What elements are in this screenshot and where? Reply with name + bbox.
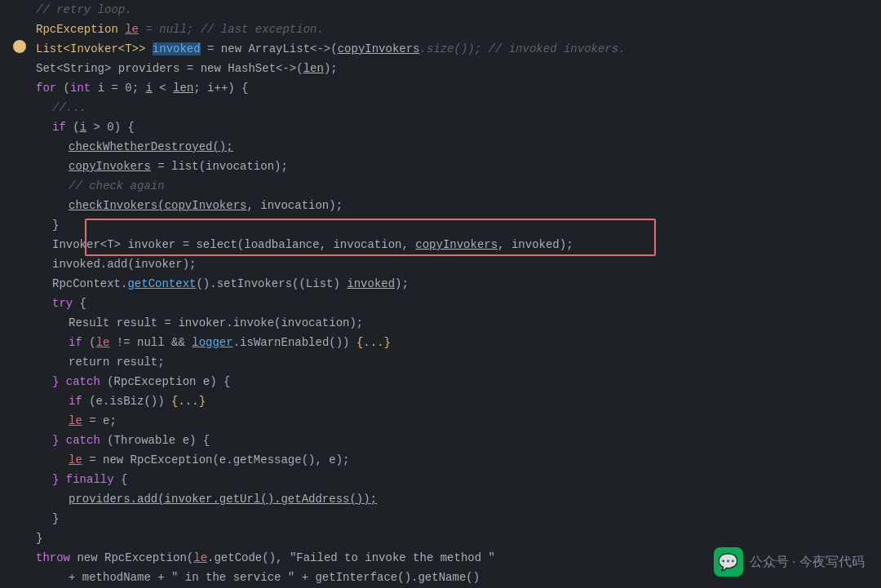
code-token: List<Invoker<T>>	[36, 42, 153, 55]
code-token: invoked	[511, 238, 560, 251]
code-token: invoked	[347, 277, 395, 290]
code-line: try {	[0, 294, 881, 313]
code-token: copyInvokers	[69, 160, 151, 173]
code-token: {...}	[356, 336, 391, 349]
line-content: checkWhetherDestroyed();	[33, 138, 881, 156]
code-token: }	[52, 219, 59, 232]
code-token: len	[303, 62, 324, 75]
code-token: .add(invoker);	[100, 258, 197, 271]
code-token: } finally	[52, 473, 114, 486]
line-content: if (le != null && logger.isWarnEnabled()…	[33, 334, 881, 351]
code-token: RpcException	[36, 23, 125, 36]
code-token: (	[82, 336, 96, 349]
code-token: {...}	[171, 395, 206, 408]
code-token: int	[70, 82, 91, 95]
code-token: > 0) {	[86, 121, 135, 134]
code-token: = null; // last exception.	[139, 23, 324, 36]
line-content: le = e;	[33, 412, 881, 430]
code-token: Invoker<T> invoker = select(loadbalance,…	[52, 238, 415, 251]
code-token: = new RpcException(e.getMessage(), e);	[82, 453, 350, 466]
code-line: Invoker<T> invoker = select(loadbalance,…	[0, 235, 881, 254]
code-token: );	[560, 238, 573, 251]
line-content: Invoker<T> invoker = select(loadbalance,…	[33, 236, 881, 254]
code-token: checkInvokers(	[69, 199, 165, 212]
line-content: copyInvokers = list(invocation);	[33, 157, 881, 175]
code-token: {	[73, 297, 86, 310]
code-line: Set<String> providers = new HashSet<->(l…	[0, 59, 881, 78]
code-line: } catch (Throwable e) {	[0, 431, 881, 450]
code-token: (RpcException e) {	[100, 375, 231, 388]
code-token: ; i++) {	[193, 82, 248, 95]
gutter-warning-icon	[13, 40, 26, 53]
code-token: new RpcException(	[70, 551, 193, 564]
code-token: try	[52, 297, 73, 310]
code-token: = new ArrayList<->(	[201, 42, 338, 55]
code-line: checkInvokers(copyInvokers, invocation);	[0, 196, 881, 215]
code-token: ().setInvokers((List)	[196, 277, 347, 290]
line-content: //...	[33, 99, 881, 117]
code-line: List<Invoker<T>> invoked = new ArrayList…	[0, 39, 881, 59]
code-line: Result result = invoker.invoke(invocatio…	[0, 313, 881, 333]
code-token: return result;	[69, 356, 165, 369]
code-token: (	[56, 82, 70, 95]
code-token: <	[153, 82, 173, 95]
code-token: //...	[52, 101, 86, 114]
watermark-text: 公众号 · 今夜写代码	[750, 554, 865, 571]
code-token: le	[69, 414, 82, 427]
code-line: for (int i = 0; i < len; i++) {	[0, 78, 881, 98]
code-line: if (le != null && logger.isWarnEnabled()…	[0, 333, 881, 352]
line-content: } catch (Throwable e) {	[33, 431, 881, 449]
line-content: checkInvokers(copyInvokers, invocation);	[33, 197, 881, 214]
line-content: } catch (RpcException e) {	[33, 373, 881, 391]
code-token: le	[193, 551, 207, 564]
line-content: // retry loop.	[33, 1, 881, 19]
code-token: (	[66, 121, 80, 134]
watermark-icon: 💬	[714, 547, 743, 577]
code-token: + methodName + " in the service " + getI…	[69, 571, 480, 584]
code-line: }	[0, 509, 881, 528]
code-line: if (i > 0) {	[0, 117, 881, 137]
line-content: if (i > 0) {	[33, 118, 881, 136]
line-content: RpcException le = null; // last exceptio…	[33, 20, 881, 38]
line-content: try {	[33, 294, 881, 312]
code-line: // retry loop.	[0, 0, 881, 20]
code-token: logger	[192, 336, 232, 349]
line-content: providers.add(invoker.getUrl().getAddres…	[33, 490, 881, 508]
code-token: len	[173, 82, 193, 95]
code-token: = e;	[82, 414, 117, 427]
line-content: RpcContext.getContext().setInvokers((Lis…	[33, 275, 881, 293]
code-token: .isWarnEnabled())	[233, 336, 356, 349]
code-token: for	[36, 82, 56, 95]
line-content: for (int i = 0; i < len; i++) {	[33, 79, 881, 97]
line-content: } finally {	[33, 471, 881, 489]
code-token: ,	[498, 238, 511, 251]
code-token: if	[69, 336, 82, 349]
line-content: }	[33, 529, 881, 547]
code-token: copyInvokers	[165, 199, 247, 212]
code-line: copyInvokers = list(invocation);	[0, 157, 881, 176]
code-line: } finally {	[0, 470, 881, 489]
code-token: le	[125, 23, 139, 36]
code-token: RpcContext.	[52, 277, 127, 290]
code-token: copyInvokers	[415, 238, 498, 251]
code-token: = list(invocation);	[151, 160, 288, 173]
line-content: return result;	[33, 353, 881, 371]
code-line: }	[0, 215, 881, 235]
code-token: checkWhetherDestroyed();	[69, 140, 233, 153]
code-token: i	[145, 82, 152, 95]
code-token: .size()); // invoked invokers.	[420, 42, 626, 55]
code-line: invoked.add(invoker);	[0, 254, 881, 274]
code-line: //...	[0, 98, 881, 117]
code-token: getContext	[127, 277, 196, 290]
code-line: }	[0, 528, 881, 548]
code-token: le	[96, 336, 110, 349]
code-token: // check again	[69, 179, 165, 192]
line-content: le = new RpcException(e.getMessage(), e)…	[33, 451, 881, 469]
code-token: );	[324, 62, 338, 75]
code-token: , invocation);	[246, 199, 343, 212]
line-gutter	[0, 40, 33, 53]
code-token: {	[114, 473, 128, 486]
code-token: if	[69, 395, 82, 408]
watermark: 💬 公众号 · 今夜写代码	[714, 547, 865, 577]
line-content: }	[33, 216, 881, 234]
